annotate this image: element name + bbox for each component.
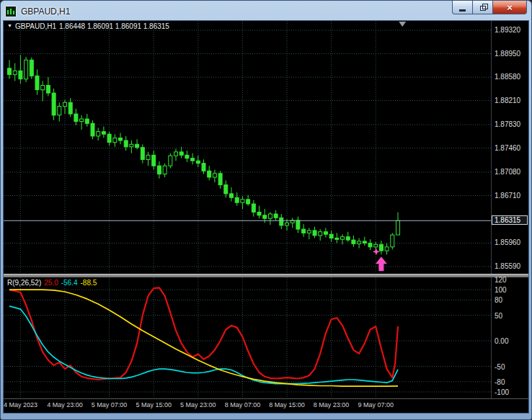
ohlc-values: 1.86448 1.86091 1.86091 1.86315: [59, 22, 169, 30]
chart-area: ▼GBPAUD,H11.86448 1.86091 1.86091 1.8631…: [3, 20, 529, 414]
symbol-period-label: GBPAUD,H1: [15, 22, 56, 30]
indicator-axis-label: -80: [495, 378, 505, 386]
candlestick-plot: [4, 21, 491, 274]
candlestick-chart[interactable]: [4, 21, 491, 274]
indicator-values: 25.0-56.4-88.5: [44, 279, 99, 287]
minimize-button[interactable]: [452, 1, 473, 14]
time-label: 8 May 07:00: [225, 401, 261, 408]
price-label: 1.86710: [495, 192, 520, 200]
grid-lines: [4, 21, 491, 274]
close-button[interactable]: ×: [493, 1, 527, 14]
time-axis[interactable]: 4 May 20234 May 23:005 May 07:005 May 15…: [4, 398, 528, 413]
minimize-icon: [459, 9, 466, 12]
price-label: 1.89320: [495, 26, 520, 34]
time-label: 9 May 07:00: [358, 401, 394, 408]
mt4-chart-window: GBPAUD,H1 × ▼GBPAUD,H11.86448 1.86091 1.…: [0, 0, 532, 420]
r52-line: [9, 290, 398, 386]
time-label: 4 May 2023: [4, 401, 37, 408]
time-label: 5 May 07:00: [92, 401, 128, 408]
price-axis[interactable]: 1.86315 1.893201.889501.885801.882101.87…: [491, 21, 528, 274]
title-bar[interactable]: GBPAUD,H1 ×: [3, 2, 529, 20]
buy-arrow-marker[interactable]: [376, 256, 387, 271]
price-label: 1.87830: [495, 120, 520, 128]
indicator-axis[interactable]: 12010080500.00-50-80-100: [491, 277, 528, 398]
price-label: 1.88950: [495, 50, 520, 58]
chart-window-icon[interactable]: [5, 6, 17, 17]
indicator-axis-label: 0.00: [495, 337, 508, 345]
window-title: GBPAUD,H1: [21, 6, 70, 17]
restore-icon: [480, 6, 486, 11]
time-label: 5 May 15:00: [136, 401, 172, 408]
current-price-tag: 1.86315: [492, 215, 528, 225]
indicator-axis-label: 100: [495, 286, 507, 294]
time-label: 4 May 23:00: [47, 401, 83, 408]
shift-marker: [399, 22, 406, 27]
time-label: 8 May 23:00: [314, 401, 350, 408]
close-icon: ×: [507, 3, 513, 12]
symbol-dropdown-icon[interactable]: ▼: [7, 23, 12, 28]
time-label: 5 May 23:00: [180, 401, 216, 408]
indicator-axis-label: -50: [495, 363, 505, 371]
indicator-axis-label: 80: [495, 296, 502, 304]
candles: [8, 55, 400, 254]
indicator-axis-label: 50: [495, 312, 502, 320]
price-label: 1.87460: [495, 144, 520, 152]
time-label: 8 May 15:00: [269, 401, 305, 408]
indicator-value: -56.4: [61, 279, 78, 287]
indicator-pane: R(9,26,52)25.0-56.4-88.5 12010080500.00-…: [4, 277, 528, 398]
chart-ohlc-overlay: ▼GBPAUD,H11.86448 1.86091 1.86091 1.8631…: [7, 22, 172, 30]
indicator-axis-label: 120: [495, 276, 507, 284]
price-label: 1.85590: [495, 262, 520, 270]
indicator-axis-label: -100: [495, 388, 509, 396]
restore-button[interactable]: [473, 1, 493, 14]
indicator-overlay: R(9,26,52)25.0-56.4-88.5: [7, 279, 102, 287]
star-marker[interactable]: [373, 248, 380, 255]
price-label: 1.88580: [495, 73, 520, 81]
price-label: 1.85960: [495, 238, 520, 246]
indicator-value: -88.5: [81, 279, 97, 287]
indicator-chart[interactable]: [4, 277, 491, 398]
r26-line: [9, 306, 398, 384]
price-label: 1.88210: [495, 97, 520, 104]
window-controls: ×: [452, 1, 527, 14]
main-chart-pane: ▼GBPAUD,H11.86448 1.86091 1.86091 1.8631…: [4, 21, 528, 274]
price-label: 1.87080: [495, 168, 520, 176]
indicator-plot: [4, 277, 491, 398]
indicator-value: 25.0: [44, 279, 58, 287]
indicator-name: R(9,26,52): [7, 279, 41, 287]
